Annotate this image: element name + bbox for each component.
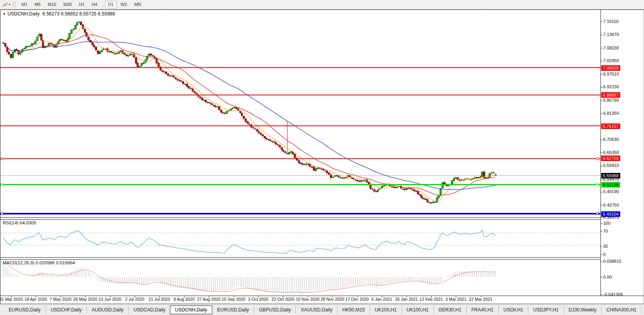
tab-usdcnh-daily[interactable]: USDCNH,Daily bbox=[170, 306, 212, 314]
date-tick-label: 3 Mar 2021 bbox=[446, 297, 467, 302]
oscillator-tick-label: 0.038615 bbox=[603, 259, 621, 264]
date-tick-label: 17 Dec 2020 bbox=[345, 297, 369, 302]
mt4-window: ▾ M1M5M15M30H1H4D1W1MN ▼USDCNH,Daily 6.5… bbox=[0, 0, 644, 315]
timeframe-d1[interactable]: D1 bbox=[105, 1, 117, 8]
tab-dj30-weekly[interactable]: DJ30,Weekly bbox=[564, 306, 601, 314]
tab-scroll-left-icon[interactable]: ◂ bbox=[642, 307, 644, 312]
tab-gbpusd-daily[interactable]: GBPUSD,Daily bbox=[254, 306, 296, 314]
date-tick-label: 22 Mar 2021 bbox=[469, 297, 492, 302]
oscillator-tick-label: 100 bbox=[603, 221, 610, 226]
tab-xauusd-daily[interactable]: XAUUSD,Daily bbox=[295, 306, 337, 314]
timeframe-mn[interactable]: MN bbox=[131, 1, 144, 8]
timeframe-m30[interactable]: M30 bbox=[60, 1, 75, 8]
date-tick-label: 2 Jul 2020 bbox=[125, 297, 144, 302]
tab-eurusd-daily[interactable]: EURUSD,Daily bbox=[4, 306, 46, 314]
timeframe-m5[interactable]: M5 bbox=[31, 1, 44, 8]
date-tick-label: 31 Mar 2020 bbox=[0, 297, 23, 302]
chart-canvas[interactable] bbox=[0, 0, 644, 315]
collapse-triangle-icon[interactable]: ▼ bbox=[3, 12, 6, 16]
price-level-badge: 6.62709 bbox=[601, 156, 620, 161]
tab-uk100-h1[interactable]: UK100,H1 bbox=[402, 306, 433, 314]
tab-usoil-h1[interactable]: USOil,H1 bbox=[498, 306, 528, 314]
tab-usdcad-daily[interactable]: USDCAD,Daily bbox=[128, 306, 170, 314]
timeframe-w1[interactable]: W1 bbox=[118, 1, 131, 8]
oscillator-tick-label: 0 bbox=[603, 252, 606, 257]
price-level-badge: 6.52138 bbox=[601, 182, 620, 188]
tab-scroll-arrows: ◂ ▸ bbox=[641, 306, 644, 313]
price-tick-label: 7.13670 bbox=[603, 32, 619, 37]
toolbar-separator bbox=[103, 2, 103, 8]
date-tick-label: 18 Apr 2020 bbox=[25, 297, 47, 302]
date-tick-label: 6 Jan 2021 bbox=[372, 297, 392, 302]
price-level-badge: 6.76157 bbox=[601, 123, 620, 129]
price-tick-label: 6.43750 bbox=[603, 203, 619, 208]
price-tick-label: 6.81350 bbox=[603, 111, 619, 116]
date-tick-label: 7 May 2020 bbox=[50, 297, 71, 302]
chart-title: ▼USDCNH,Daily 6.56273 6.56652 6.55725 6.… bbox=[3, 11, 115, 17]
tab-audusd-daily[interactable]: AUDUSD,Daily bbox=[86, 306, 128, 314]
date-tick-label: 8 Aug 2020 bbox=[173, 297, 194, 302]
price-tick-label: 7.19110 bbox=[603, 19, 619, 24]
date-tick-label: 10 Nov 2020 bbox=[296, 297, 320, 302]
price-level-badge: 6.40104 bbox=[601, 211, 620, 217]
tab-ger30-h1[interactable]: GER30,H1 bbox=[433, 306, 466, 314]
toolbar-grip[interactable] bbox=[13, 2, 15, 8]
oscillator-tick-label: 30 bbox=[603, 244, 608, 249]
chart-line-tool-icon[interactable] bbox=[2, 2, 8, 8]
price-tick-label: 6.49190 bbox=[603, 189, 619, 194]
tool-dropdown-caret[interactable]: ▾ bbox=[9, 3, 10, 6]
date-tick-label: 21 Jul 2020 bbox=[149, 297, 170, 302]
date-tick-label: 27 Aug 2020 bbox=[197, 297, 221, 302]
price-level-badge: 6.88897 bbox=[601, 92, 620, 98]
price-tick-label: 7.02950 bbox=[603, 58, 619, 63]
price-tick-label: 6.97510 bbox=[603, 72, 619, 77]
chart-title-quote: 6.56273 6.56652 6.55725 6.55988 bbox=[42, 11, 115, 17]
macd-indicator-label: MACD(12,26,9) 0.020986 0.015964 bbox=[3, 260, 75, 265]
price-tick-label: 6.92230 bbox=[603, 84, 619, 89]
timeframe-m1[interactable]: M1 bbox=[18, 1, 30, 8]
timeframe-m15[interactable]: M15 bbox=[45, 1, 59, 8]
date-tick-label: 22 Oct 2020 bbox=[272, 297, 294, 302]
oscillator-tick-label: 0.00 bbox=[603, 275, 612, 280]
tab-usdchf-daily[interactable]: USDCHF,Daily bbox=[46, 306, 87, 314]
price-tick-label: 6.65350 bbox=[603, 150, 619, 155]
tab-hk50-m15[interactable]: HK50,M15 bbox=[337, 306, 370, 314]
oscillator-tick-label: -0.041306 bbox=[603, 292, 623, 297]
tab-china300-h1[interactable]: CHINA300,H1 bbox=[601, 306, 641, 314]
timeframe-buttons: M1M5M15M30H1H4D1W1MN bbox=[18, 1, 145, 8]
date-tick-label: 26 May 2020 bbox=[73, 297, 97, 302]
price-tick-label: 6.86790 bbox=[603, 98, 619, 103]
price-tick-label: 6.70630 bbox=[603, 137, 619, 142]
tab-uk100-h1[interactable]: UK100,H1 bbox=[370, 306, 401, 314]
price-level-badge: 6.55988 bbox=[601, 173, 620, 178]
date-tick-label: 13 Jun 2020 bbox=[99, 297, 122, 302]
date-tick-label: 28 Nov 2020 bbox=[320, 297, 344, 302]
chart-title-symbol: USDCNH,Daily bbox=[8, 11, 40, 17]
date-tick-label: 25 Jan 2021 bbox=[395, 297, 418, 302]
oscillator-tick-label: 70 bbox=[603, 229, 608, 234]
timeframe-h4[interactable]: H4 bbox=[88, 1, 100, 8]
date-tick-label: 12 Feb 2021 bbox=[419, 297, 443, 302]
timeframe-h1[interactable]: H1 bbox=[76, 1, 88, 8]
tab-eurusd-daily[interactable]: EURUSD,Daily bbox=[212, 306, 254, 314]
rsi-indicator-label: RSI(14) 64.0305 bbox=[3, 220, 36, 225]
timeframe-toolbar: ▾ M1M5M15M30H1H4D1W1MN bbox=[0, 0, 644, 9]
tab-usdjpy-h1[interactable]: USDJPY,H1 bbox=[528, 306, 563, 314]
price-tick-label: 6.59910 bbox=[603, 163, 619, 168]
tab-fra40-h1[interactable]: FRA40,H1 bbox=[466, 306, 498, 314]
price-level-badge: 7.00029 bbox=[601, 65, 620, 71]
chart-tab-bar: EURUSD,DailyUSDCHF,DailyAUDUSD,DailyUSDC… bbox=[0, 304, 644, 315]
price-tick-label: 7.08230 bbox=[603, 46, 619, 51]
date-tick-label: 15 Sep 2020 bbox=[222, 297, 246, 302]
date-tick-label: 3 Oct 2020 bbox=[248, 297, 268, 302]
